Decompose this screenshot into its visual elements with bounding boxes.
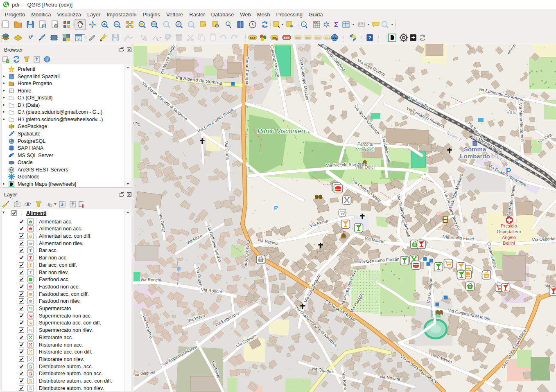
svg-text:Ospedaliero: Ospedaliero	[497, 229, 521, 234]
svg-text:i: i	[228, 22, 228, 26]
svg-text:abc: abc	[315, 36, 321, 40]
svg-text:i: i	[47, 57, 48, 62]
svg-text:Parco Visconteo: Parco Visconteo	[258, 128, 305, 135]
svg-text:abc: abc	[295, 36, 301, 40]
svg-text:P: P	[274, 205, 278, 211]
svg-text:Angelo: Angelo	[502, 235, 516, 240]
svg-text:V: V	[77, 37, 80, 41]
svg-text:Villa Dolci: Villa Dolci	[355, 164, 375, 169]
svg-text:abc: abc	[284, 36, 289, 40]
svg-text:Lombardo: Lombardo	[460, 153, 490, 160]
svg-text:Villa Dolci: Villa Dolci	[356, 147, 375, 152]
svg-text:abc: abc	[305, 36, 311, 40]
svg-text:Somma: Somma	[464, 146, 486, 153]
svg-text:abc: abc	[250, 36, 255, 40]
svg-text:abc: abc	[325, 36, 330, 40]
svg-text:Presidio: Presidio	[501, 223, 517, 228]
svg-text:Corso Europa: Corso Europa	[245, 56, 250, 85]
svg-text:Parco di: Parco di	[357, 142, 373, 146]
svg-text:i: i	[303, 23, 304, 26]
svg-text:Vira: Vira	[506, 109, 516, 115]
svg-text:Via Ronchi: Via Ronchi	[140, 277, 161, 282]
svg-text:Σ: Σ	[334, 21, 338, 29]
svg-text:?: ?	[368, 35, 371, 40]
svg-text:Bellini: Bellini	[503, 241, 515, 246]
svg-text:P: P	[506, 167, 511, 176]
